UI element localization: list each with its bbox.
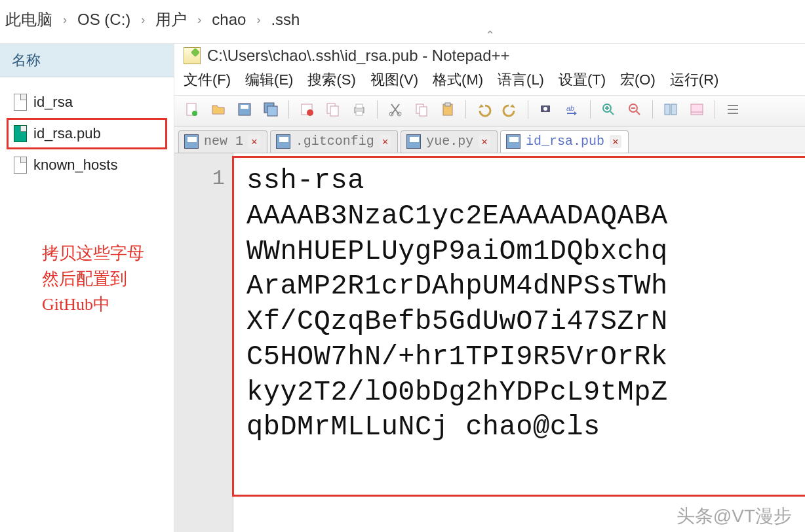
- chevron-right-icon: ›: [256, 13, 260, 27]
- disk-icon: [184, 134, 199, 149]
- breadcrumb-item[interactable]: .ssh: [268, 9, 302, 30]
- redo-icon[interactable]: [499, 98, 521, 121]
- menu-macro[interactable]: 宏(O): [620, 70, 656, 90]
- tab-id-rsa-pub[interactable]: id_rsa.pub ✕: [500, 130, 629, 153]
- tab-gitconfig[interactable]: .gitconfig ✕: [270, 130, 399, 153]
- svg-rect-9: [330, 106, 338, 116]
- file-item-known-hosts[interactable]: known_hosts: [7, 149, 167, 181]
- svg-rect-18: [445, 103, 450, 106]
- list-icon[interactable]: [722, 98, 744, 121]
- chevron-right-icon: ›: [197, 13, 201, 27]
- save-icon[interactable]: [233, 98, 256, 121]
- file-item-id-rsa-pub[interactable]: id_rsa.pub: [7, 118, 167, 149]
- tab-close-icon[interactable]: ✕: [248, 135, 260, 148]
- file-icon: [14, 157, 27, 174]
- print-icon[interactable]: [348, 98, 370, 121]
- tab-label: id_rsa.pub: [526, 134, 604, 149]
- file-list-pane: 名称 id_rsa id_rsa.pub known_hosts 拷贝这些字母 …: [0, 44, 174, 532]
- tab-label: new 1: [204, 134, 243, 149]
- wrap-icon[interactable]: [659, 98, 682, 121]
- new-file-icon[interactable]: [181, 98, 203, 121]
- chevron-right-icon: ›: [63, 13, 67, 27]
- menu-settings[interactable]: 设置(T): [559, 70, 606, 90]
- notepadpp-app-icon: [184, 47, 201, 64]
- disk-icon: [276, 134, 290, 149]
- tab-label: yue.py: [426, 134, 473, 149]
- svg-rect-11: [356, 104, 363, 108]
- svg-rect-16: [420, 107, 427, 116]
- undo-icon[interactable]: [473, 98, 495, 121]
- breadcrumb-item[interactable]: 此电脑: [3, 8, 55, 31]
- toolbar: ab: [174, 95, 805, 126]
- callout-annotation: 拷贝这些字母 然后配置到 GitHub中: [42, 240, 144, 317]
- watermark: 头条@VT漫步: [677, 504, 792, 529]
- editor-area[interactable]: 1 ssh-rsa AAAAB3NzaC1yc2EAAAADAQABA WWnH…: [174, 153, 805, 532]
- window-titlebar[interactable]: C:\Users\chao\.ssh\id_rsa.pub - Notepad+…: [174, 44, 805, 69]
- replace-icon[interactable]: ab: [561, 98, 583, 121]
- chevron-right-icon: ›: [141, 13, 145, 27]
- paste-icon[interactable]: [437, 98, 459, 121]
- menu-edit[interactable]: 编辑(E): [245, 70, 293, 90]
- menu-file[interactable]: 文件(F): [184, 70, 231, 90]
- tab-new-1[interactable]: new 1 ✕: [178, 130, 267, 153]
- save-all-icon[interactable]: [260, 98, 282, 121]
- notepad-window: ⌃ C:\Users\chao\.ssh\id_rsa.pub - Notepa…: [174, 44, 805, 532]
- pub-file-icon: [14, 125, 27, 142]
- menu-search[interactable]: 搜索(S): [307, 70, 355, 90]
- close-icon[interactable]: [296, 98, 318, 121]
- file-name: id_rsa: [33, 94, 73, 111]
- svg-rect-5: [267, 106, 277, 116]
- menu-format[interactable]: 格式(M): [433, 70, 483, 90]
- copy-icon[interactable]: [410, 98, 433, 121]
- copy-all-icon[interactable]: [322, 98, 344, 121]
- zoom-in-icon[interactable]: [597, 98, 619, 121]
- svg-rect-3: [241, 105, 248, 109]
- file-item-id-rsa[interactable]: id_rsa: [7, 86, 167, 118]
- menu-language[interactable]: 语言(L): [498, 70, 544, 90]
- chevron-up-icon: ⌃: [174, 28, 805, 43]
- editor-content[interactable]: ssh-rsa AAAAB3NzaC1yc2EAAAADAQABA WWnHUE…: [233, 153, 676, 532]
- tab-close-icon[interactable]: ✕: [380, 135, 391, 148]
- menu-view[interactable]: 视图(V): [370, 70, 418, 90]
- file-name: known_hosts: [33, 157, 117, 174]
- disk-icon: [406, 134, 421, 149]
- tab-label: .gitconfig: [296, 134, 374, 149]
- breadcrumb-item[interactable]: OS (C:): [75, 9, 133, 30]
- svg-rect-12: [356, 111, 363, 115]
- cut-icon[interactable]: [384, 98, 406, 121]
- file-name: id_rsa.pub: [33, 125, 101, 142]
- svg-text:ab: ab: [566, 104, 574, 112]
- svg-rect-24: [665, 104, 670, 115]
- svg-point-1: [192, 111, 197, 116]
- column-header-name[interactable]: 名称: [0, 44, 174, 77]
- line-number-gutter: 1: [174, 153, 233, 532]
- svg-point-7: [307, 109, 313, 116]
- svg-rect-26: [691, 104, 703, 115]
- menubar: 文件(F) 编辑(E) 搜索(S) 视图(V) 格式(M) 语言(L) 设置(T…: [174, 69, 805, 95]
- tab-close-icon[interactable]: ✕: [610, 135, 621, 148]
- find-icon[interactable]: [535, 98, 557, 121]
- open-icon[interactable]: [207, 98, 229, 121]
- svg-point-20: [543, 107, 547, 111]
- svg-rect-25: [671, 104, 677, 115]
- show-all-icon[interactable]: [686, 98, 708, 121]
- menu-run[interactable]: 运行(R): [670, 70, 719, 90]
- tab-yue-py[interactable]: yue.py ✕: [401, 130, 498, 153]
- tab-close-icon[interactable]: ✕: [479, 135, 490, 148]
- file-icon: [14, 94, 27, 111]
- breadcrumb-item[interactable]: chao: [209, 9, 248, 30]
- disk-icon: [506, 134, 520, 149]
- editor-tabs: new 1 ✕ .gitconfig ✕ yue.py ✕ id_rsa.pub…: [174, 126, 805, 153]
- zoom-out-icon[interactable]: [623, 98, 646, 121]
- window-title: C:\Users\chao\.ssh\id_rsa.pub - Notepad+…: [207, 47, 510, 65]
